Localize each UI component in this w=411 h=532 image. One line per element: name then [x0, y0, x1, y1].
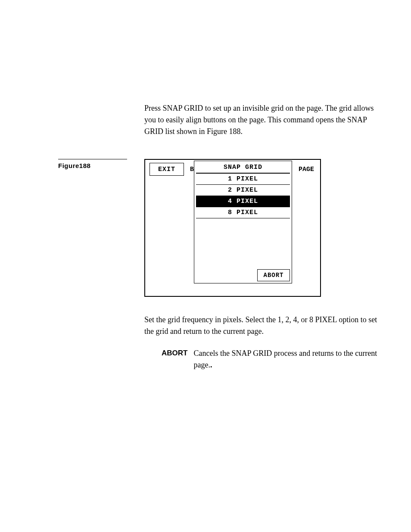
intro-paragraph: Press SNAP GRID to set up an invisible g…: [144, 103, 385, 137]
list-empty-area: ABORT: [194, 218, 292, 283]
abort-definition-row: ABORT Cancels the SNAP GRID process and …: [144, 348, 385, 371]
page-label: PAGE: [299, 163, 314, 176]
abort-definition-text: Cancels the SNAP GRID process and return…: [193, 348, 385, 371]
screen-panel: EXIT BU PAGE SNAP GRID 1 PIXEL 2 PIXEL 4…: [144, 159, 321, 297]
list-item-1-pixel[interactable]: 1 PIXEL: [194, 174, 292, 184]
abort-button[interactable]: ABORT: [257, 269, 290, 281]
figure-label-column: Figure188: [0, 159, 144, 169]
list-item-4-pixel[interactable]: 4 PIXEL: [196, 196, 290, 207]
figure-column: EXIT BU PAGE SNAP GRID 1 PIXEL 2 PIXEL 4…: [144, 159, 321, 297]
document-page: Press SNAP GRID to set up an invisible g…: [0, 0, 411, 532]
exit-button[interactable]: EXIT: [149, 163, 184, 176]
figure-label: Figure188: [58, 159, 127, 169]
list-item-8-pixel[interactable]: 8 PIXEL: [194, 207, 292, 218]
snap-grid-list-panel: SNAP GRID 1 PIXEL 2 PIXEL 4 PIXEL 8 PIXE…: [194, 161, 292, 283]
set-frequency-paragraph: Set the grid frequency in pixels. Select…: [144, 314, 385, 337]
figure-row: Figure188 EXIT BU PAGE SNAP GRID 1 PIXEL…: [0, 159, 411, 297]
list-item-2-pixel[interactable]: 2 PIXEL: [194, 185, 292, 196]
abort-definition-label: ABORT: [144, 348, 193, 371]
list-title: SNAP GRID: [194, 161, 292, 173]
